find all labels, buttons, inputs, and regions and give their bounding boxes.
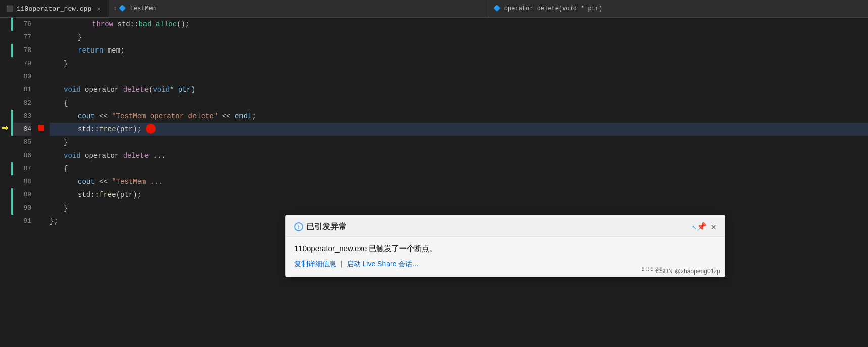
code-line-82: { <box>50 96 868 110</box>
code-line-81: void operator delete(void* ptr) <box>50 83 868 96</box>
debug-arrow: ⮕ <box>1 123 9 136</box>
pin-button[interactable]: 📌 <box>697 222 707 232</box>
code-line-87: { <box>50 162 868 175</box>
exception-separator: | <box>341 260 343 269</box>
exception-actions: 📌 ✕ <box>697 221 716 232</box>
code-content: throw std::bad_alloc();}return mem;}void… <box>45 18 868 332</box>
code-line-84: std::free(ptr); <box>50 123 868 136</box>
exception-title: 已引发异常 <box>306 222 692 232</box>
code-line-78: return mem; <box>50 44 868 57</box>
code-line-85: } <box>50 136 868 149</box>
code-line-88: cout << "TestMem ... <box>50 175 868 188</box>
watermark: CSDN @zhaopeng01zp <box>656 268 720 275</box>
breadcrumb-method: 🔷 operator delete(void * ptr) <box>493 5 603 12</box>
code-line-76: throw std::bad_alloc(); <box>50 18 868 31</box>
code-line-89: std::free(ptr); <box>50 188 868 202</box>
code-line-77: } <box>50 31 868 44</box>
tab-label: 110operator_new.cpp <box>17 5 91 13</box>
code-line-79: } <box>50 57 868 70</box>
tab-close-button[interactable]: ✕ <box>94 5 103 13</box>
code-line-90: } <box>50 202 868 215</box>
line-numbers: 76777879808182838485868788899091 <box>13 18 37 332</box>
exception-popup: i 已引发异常 ↖ 📌 ✕ 110operator_new.exe 已触发了一个… <box>285 215 725 277</box>
cpp-file-icon: ⬛ <box>6 5 14 13</box>
code-line-83: cout << "TestMem operator delete" << end… <box>50 110 868 123</box>
exception-message: 110operator_new.exe 已触发了一个断点。 <box>294 244 716 254</box>
editor-area: ⮕ 76777879808182838485868788899091 throw… <box>0 18 868 332</box>
tab-bar: ⬛ 110operator_new.cpp ✕ ↕ 🔷 TestMem 🔷 op… <box>0 0 868 18</box>
breakpoint-dot[interactable] <box>38 125 44 131</box>
close-exception-button[interactable]: ✕ <box>711 221 716 232</box>
breadcrumb-testmem: 🔷 TestMem <box>119 5 156 12</box>
live-share-link[interactable]: 启动 Live Share 会话... <box>347 260 418 269</box>
info-icon: i <box>294 222 303 231</box>
copy-details-link[interactable]: 复制详细信息 <box>294 260 336 269</box>
code-line-86: void operator delete ... <box>50 149 868 162</box>
code-line-80 <box>50 70 868 83</box>
tab-file[interactable]: ⬛ 110operator_new.cpp ✕ <box>0 0 109 17</box>
exception-header: i 已引发异常 ↖ 📌 ✕ <box>286 215 725 237</box>
error-circle <box>146 124 156 134</box>
mouse-cursor: ↖ <box>692 222 697 232</box>
